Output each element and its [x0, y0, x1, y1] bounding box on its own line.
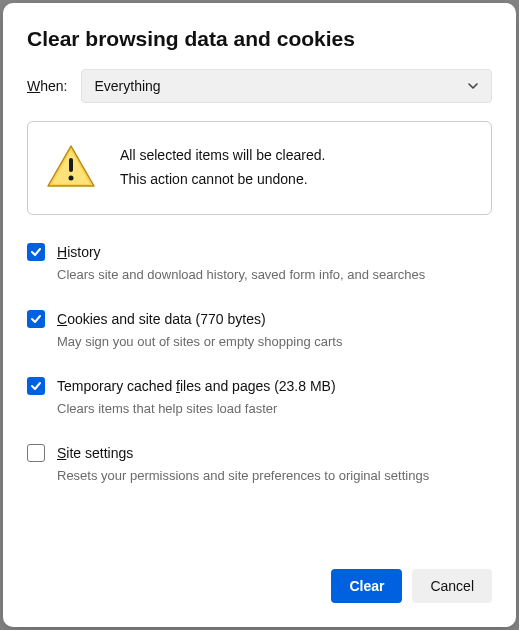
option-cookies-desc: May sign you out of sites or empty shopp… — [57, 334, 492, 349]
dialog-footer: Clear Cancel — [27, 549, 492, 603]
option-cache-label[interactable]: Temporary cached files and pages (23.8 M… — [57, 378, 336, 394]
warning-icon — [46, 144, 96, 192]
option-cache: Temporary cached files and pages (23.8 M… — [27, 377, 492, 416]
option-site-settings-label[interactable]: Site settings — [57, 445, 133, 461]
clear-data-dialog: Clear browsing data and cookies When: Ev… — [3, 3, 516, 627]
dialog-title: Clear browsing data and cookies — [27, 27, 492, 51]
svg-point-3 — [69, 176, 74, 181]
svg-rect-2 — [69, 158, 73, 172]
when-select-value: Everything — [94, 78, 160, 94]
option-history: History Clears site and download history… — [27, 243, 492, 282]
option-history-desc: Clears site and download history, saved … — [57, 267, 492, 282]
clear-button[interactable]: Clear — [331, 569, 402, 603]
cancel-button[interactable]: Cancel — [412, 569, 492, 603]
options-list: History Clears site and download history… — [27, 243, 492, 483]
warning-box: All selected items will be cleared. This… — [27, 121, 492, 215]
warning-text: All selected items will be cleared. This… — [120, 144, 325, 192]
checkbox-site-settings[interactable] — [27, 444, 45, 462]
when-select[interactable]: Everything — [81, 69, 492, 103]
option-cache-desc: Clears items that help sites load faster — [57, 401, 492, 416]
checkbox-cache[interactable] — [27, 377, 45, 395]
option-site-settings: Site settings Resets your permissions an… — [27, 444, 492, 483]
checkbox-history[interactable] — [27, 243, 45, 261]
option-history-label[interactable]: History — [57, 244, 101, 260]
option-cookies-label[interactable]: Cookies and site data (770 bytes) — [57, 311, 266, 327]
when-row: When: Everything — [27, 69, 492, 103]
option-site-settings-desc: Resets your permissions and site prefere… — [57, 468, 492, 483]
chevron-down-icon — [467, 80, 479, 92]
when-label: When: — [27, 78, 67, 94]
checkbox-cookies[interactable] — [27, 310, 45, 328]
option-cookies: Cookies and site data (770 bytes) May si… — [27, 310, 492, 349]
